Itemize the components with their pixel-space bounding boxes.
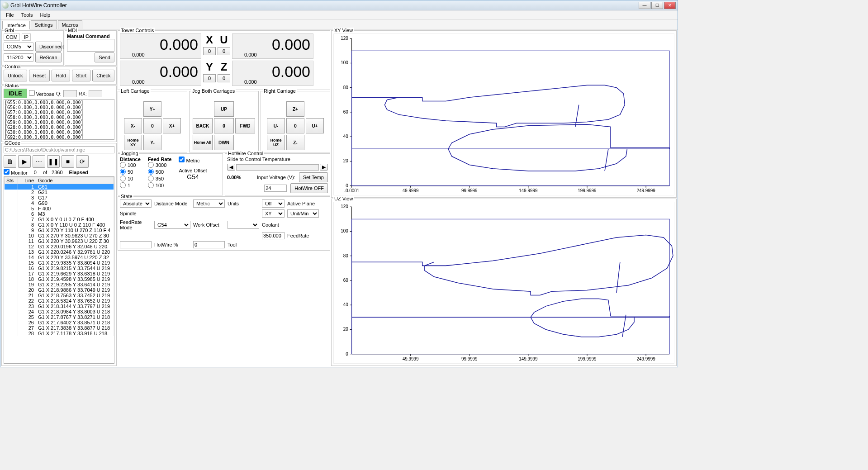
jog-right-zero[interactable]: 0 [286,118,304,133]
jog-up[interactable]: UP [214,101,234,117]
disconnect-button[interactable]: Disconnect [35,42,62,52]
home-uz-button[interactable]: Home UZ [267,135,285,150]
zero-u-button[interactable]: 0 [218,47,230,55]
tab-settings[interactable]: Settings [31,20,57,29]
table-row[interactable]: 26G1 X 217.6402 Y 33.8571 U 218 [5,320,114,325]
table-row[interactable]: 5F 400 [5,206,114,211]
com-tab[interactable]: COM [4,33,20,41]
zero-x-button[interactable]: 0 [203,47,216,55]
jog-z-minus[interactable]: Z- [286,135,304,150]
step-button[interactable]: ⋯ [33,155,45,168]
table-row[interactable]: 14G1 X 220 Y 33.5974 U 220 Z 32 [5,255,114,260]
units-select[interactable]: Metric [193,199,225,208]
rescan-button[interactable]: ReScan [35,52,62,62]
minimize-button[interactable]: — [639,2,650,9]
menu-file[interactable]: File [2,12,18,18]
feed-500[interactable]: 500 [148,169,172,175]
mdi-input[interactable] [67,39,114,52]
send-button[interactable]: Send [95,52,114,62]
start-button[interactable]: Start [72,70,90,81]
gcode-table[interactable]: Sts Line Gcode 1G612G213G174G905F 4006M3… [4,176,114,364]
dist-10[interactable]: 10 [120,176,141,181]
ip-tab[interactable]: IP [22,33,31,41]
jog-y-plus[interactable]: Y+ [143,101,161,117]
jog-u-plus[interactable]: U+ [306,118,324,133]
check-button[interactable]: Check [92,70,114,81]
maximize-button[interactable]: ☐ [651,2,663,9]
jog-back[interactable]: BACK [193,118,213,133]
hold-button[interactable]: Hold [52,70,70,81]
hotwire-off-button[interactable]: HotWire OFF [290,183,328,193]
table-row[interactable]: 25G1 X 217.8767 Y 33.8271 U 218 [5,314,114,320]
spindle-select[interactable]: Off [262,199,285,208]
feed-100[interactable]: 100 [148,182,172,188]
table-row[interactable]: 3G17 [5,195,114,200]
table-row[interactable]: 23G1 X 218.3144 Y 33.7797 U 219 [5,304,114,309]
settemp-button[interactable]: Set Temp [299,172,328,182]
table-row[interactable]: 17G1 X 219.6629 Y 33.6318 U 219 [5,271,114,276]
stop-button[interactable]: ■ [62,155,74,168]
table-row[interactable]: 24G1 X 218.0984 Y 33.8003 U 218 [5,309,114,314]
table-row[interactable]: 10G1 X 270 Y 30.9623 U 270 Z 30 [5,233,114,238]
jog-x-plus[interactable]: X+ [163,118,181,133]
table-row[interactable]: 12G1 X 220.0196 Y 32.048 U 220. [5,244,114,249]
table-row[interactable]: 22G1 X 218.5324 Y 33.7652 U 219 [5,298,114,304]
status-log[interactable]: [G55:0.000,0.000,0.000,0.000][G56:0.000,… [4,99,114,140]
table-row[interactable]: 9G1 X 270 Y 110 U 270 Z 110 F 4 [5,228,114,233]
jog-u-minus[interactable]: U- [267,118,285,133]
table-row[interactable]: 1G61 [5,184,114,190]
unlock-button[interactable]: Unlock [4,70,27,81]
table-row[interactable]: 13G1 X 220.0246 Y 32.9781 U 220 [5,249,114,255]
baud-select[interactable]: 115200 [4,53,33,62]
table-row[interactable]: 16G1 X 219.8215 Y 33.7544 U 219 [5,266,114,271]
zero-z-button[interactable]: 0 [218,74,230,82]
table-row[interactable]: 28G1 X 217.1178 Y 33.918 U 218. [5,331,114,336]
pause-button[interactable]: ❚❚ [47,155,60,168]
jog-z-plus[interactable]: Z+ [286,101,304,117]
temp-inc-button[interactable]: ▶ [320,164,328,171]
jog-x-minus[interactable]: X- [124,118,142,133]
metric-checkbox[interactable]: Metric [179,158,199,163]
menu-tools[interactable]: Tools [18,12,37,18]
home-all-button[interactable]: Home All [193,135,213,150]
menu-help[interactable]: Help [36,12,54,18]
close-button[interactable]: ✕ [664,2,676,9]
table-row[interactable]: 27G1 X 217.3838 Y 33.8877 U 218 [5,325,114,331]
table-row[interactable]: 2G21 [5,190,114,195]
dist-50[interactable]: 50 [120,169,141,175]
monitor-checkbox[interactable]: Monitor [4,169,28,176]
dist-100[interactable]: 100 [120,162,141,168]
work-offset-select[interactable]: G54 [154,221,190,229]
feedrate-mode-select[interactable]: Unit/Min [287,209,319,218]
distance-mode-select[interactable]: Absolute [120,199,152,208]
tool-value[interactable] [193,241,225,248]
gcode-path[interactable] [4,146,114,153]
play-button[interactable]: ▶ [18,155,31,168]
feed-3000[interactable]: 3000 [148,162,172,168]
dist-1[interactable]: 1 [120,182,141,188]
feedrate-value[interactable] [262,232,285,239]
verbose-checkbox[interactable]: Verbose [29,90,54,97]
table-row[interactable]: 6M3 [5,211,114,217]
port-select[interactable]: COM5 [4,43,33,51]
feed-350[interactable]: 350 [148,176,172,181]
table-row[interactable]: 19G1 X 219.2285 Y 33.6414 U 219 [5,282,114,287]
jog-down[interactable]: DWN [214,135,234,150]
table-row[interactable]: 21G1 X 218.7563 Y 33.7452 U 219 [5,293,114,298]
home-xy-button[interactable]: Home XY [124,135,142,150]
active-plane-select[interactable]: XY [262,209,285,218]
table-row[interactable]: 18G1 X 219.4598 Y 33.5985 U 219 [5,276,114,282]
xy-chart[interactable]: 020406080100120-0.000149.999999.9999149.… [333,33,674,195]
table-row[interactable]: 15G1 X 219.9335 Y 33.8094 U 219 [5,260,114,266]
jog-fwd[interactable]: FWD [235,118,255,133]
voltage-input[interactable] [264,185,287,192]
table-row[interactable]: 20G1 X 218.9886 Y 33.7049 U 219 [5,287,114,293]
temp-dec-button[interactable]: ◀ [227,164,235,171]
table-row[interactable]: 7G1 X 0 Y 0 U 0 Z 0 F 400 [5,217,114,222]
open-file-button[interactable]: 🗎 [4,155,16,168]
jog-y-minus[interactable]: Y- [143,135,161,150]
table-row[interactable]: 8G1 X 0 Y 110 U 0 Z 110 F 400 [5,222,114,228]
uz-chart[interactable]: 02040608010012049.999999.9999149.9999199… [333,202,674,364]
jog-left-zero[interactable]: 0 [143,118,161,133]
table-row[interactable]: 11G1 X 220 Y 30.9623 U 220 Z 30 [5,238,114,244]
